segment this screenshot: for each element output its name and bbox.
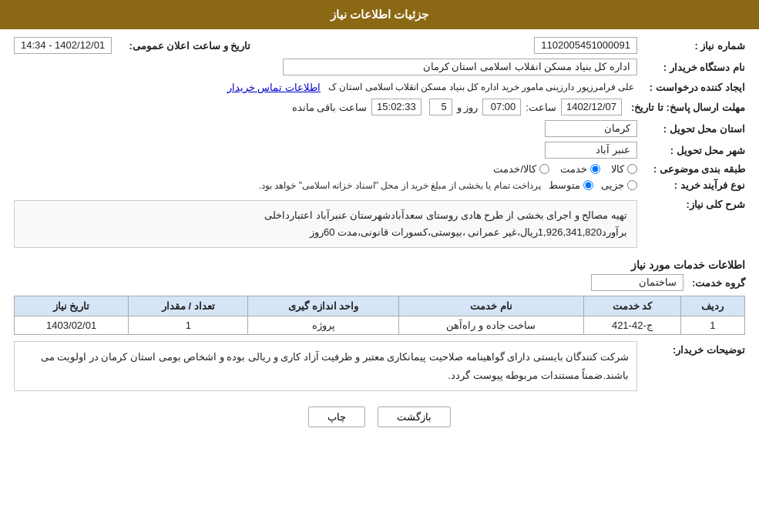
buyer-org-label: نام دستگاه خریدار : xyxy=(637,62,745,73)
category-radio-group: کالا/خدمت خدمت کالا xyxy=(493,163,637,175)
services-section: اطلاعات خدمات مورد نیاز گروه خدمت: ساختم… xyxy=(14,259,745,335)
table-row: 1ج-42-421ساخت جاده و راه‌آهنپروژه11403/0… xyxy=(15,316,745,335)
service-group-label: گروه خدمت: xyxy=(683,277,745,289)
requester-link[interactable]: اطلاعات تماس خریدار xyxy=(227,82,321,93)
requester-value: علی فرامرزپور دارزینی مامور خرید اداره ک… xyxy=(325,80,637,94)
category-label: طبقه بندی موضوعی : xyxy=(637,163,745,175)
buyer-notes-box: شرکت کنندگان بایستی دارای گواهینامه صلاح… xyxy=(14,341,637,391)
td-code: ج-42-421 xyxy=(583,316,680,335)
category-kala-khadamat-label: کالا/خدمت xyxy=(493,163,536,175)
remaining-value: 15:02:33 xyxy=(371,99,421,115)
th-date: تاریخ نیاز xyxy=(15,296,129,316)
th-unit: واحد اندازه گیری xyxy=(248,296,398,316)
th-qty: تعداد / مقدار xyxy=(129,296,248,316)
category-row: طبقه بندی موضوعی : کالا/خدمت خدمت کالا xyxy=(14,163,745,175)
process-jozii-label: جزیی xyxy=(601,179,624,191)
td-name: ساخت جاده و راه‌آهن xyxy=(398,316,583,335)
need-desc-row: شرح کلی نیاز: تهیه مصالح و اجرای بخشی از… xyxy=(14,196,745,253)
need-number-value: 1102005451000091 xyxy=(534,37,637,54)
process-jozii-input[interactable] xyxy=(627,180,637,190)
announcement-value: 1402/12/01 - 14:34 xyxy=(14,37,112,54)
time-label: ساعت: xyxy=(521,102,561,113)
td-unit: پروژه xyxy=(248,316,398,335)
category-kala-label: کالا xyxy=(611,163,624,175)
category-khadamat-label: خدمت xyxy=(560,163,587,175)
buyer-org-row: نام دستگاه خریدار : اداره کل بنیاد مسکن … xyxy=(14,59,745,75)
process-radio-group: متوسط جزیی xyxy=(549,179,637,191)
buyer-notes-label: توضیحات خریدار: xyxy=(637,341,745,356)
need-desc-box: تهیه مصالح و اجرای بخشی از طرح هادی روست… xyxy=(14,200,637,248)
th-code: کد خدمت xyxy=(583,296,680,316)
th-row: ردیف xyxy=(680,296,744,316)
process-motavaset[interactable]: متوسط xyxy=(549,179,593,191)
reply-deadline-row: مهلت ارسال پاسخ: تا تاریخ: 1402/12/07 سا… xyxy=(14,99,745,115)
need-number-row: شماره نیاز : 1102005451000091 تاریخ و سا… xyxy=(14,37,745,54)
category-kala-khadamat-input[interactable] xyxy=(539,164,549,174)
page-header: جزئیات اطلاعات نیاز xyxy=(0,0,759,29)
city-value: عنبر آباد xyxy=(545,142,637,159)
page-title: جزئیات اطلاعات نیاز xyxy=(331,8,428,21)
th-name: نام خدمت xyxy=(398,296,583,316)
remaining-label: ساعت باقی مانده xyxy=(287,102,371,113)
province-row: استان محل تحویل : کرمان xyxy=(14,120,745,137)
category-khadamat[interactable]: خدمت xyxy=(560,163,600,175)
page-wrapper: جزئیات اطلاعات نیاز شماره نیاز : 1102005… xyxy=(0,0,759,532)
process-motavaset-label: متوسط xyxy=(549,179,580,191)
process-label: نوع فرآیند خرید : xyxy=(637,179,745,191)
buyer-org-value: اداره کل بنیاد مسکن انقلاب اسلامی استان … xyxy=(283,59,637,75)
need-desc-value: تهیه مصالح و اجرای بخشی از طرح هادی روست… xyxy=(264,209,627,238)
process-row: نوع فرآیند خرید : متوسط جزیی پرداخت تمام… xyxy=(14,179,745,191)
td-row: 1 xyxy=(680,316,744,335)
requester-label: ایجاد کننده درخواست : xyxy=(637,82,745,93)
main-content: شماره نیاز : 1102005451000091 تاریخ و سا… xyxy=(0,29,759,443)
td-qty: 1 xyxy=(129,316,248,335)
date-value: 1402/12/07 xyxy=(561,99,622,115)
service-group-value: ساختمان xyxy=(591,274,683,291)
city-row: شهر محل تحویل : عنبر آباد xyxy=(14,142,745,159)
category-kala-khadamat[interactable]: کالا/خدمت xyxy=(493,163,549,175)
category-khadamat-input[interactable] xyxy=(590,164,600,174)
announcement-label: تاریخ و ساعت اعلان عمومی: xyxy=(112,40,250,52)
category-kala[interactable]: کالا xyxy=(611,163,637,175)
need-desc-label: شرح کلی نیاز: xyxy=(637,196,745,210)
category-kala-input[interactable] xyxy=(627,164,637,174)
services-section-title: اطلاعات خدمات مورد نیاز xyxy=(14,259,745,271)
process-note: پرداخت تمام یا بخشی از مبلغ خرید از محل … xyxy=(259,180,541,191)
process-motavaset-input[interactable] xyxy=(583,180,593,190)
requester-row: ایجاد کننده درخواست : علی فرامرزپور دارز… xyxy=(14,80,745,94)
process-jozii[interactable]: جزیی xyxy=(601,179,637,191)
day-value: 5 xyxy=(429,99,452,115)
buyer-notes-value: شرکت کنندگان بایستی دارای گواهینامه صلاح… xyxy=(41,351,629,380)
reply-deadline-label: مهلت ارسال پاسخ: تا تاریخ: xyxy=(622,102,745,113)
buyer-notes-row: توضیحات خریدار: شرکت کنندگان بایستی دارا… xyxy=(14,341,745,396)
td-date: 1403/02/01 xyxy=(15,316,129,335)
button-row: بازگشت چاپ xyxy=(14,407,745,427)
province-label: استان محل تحویل : xyxy=(637,123,745,135)
back-button[interactable]: بازگشت xyxy=(378,407,451,427)
time-value: 07:00 xyxy=(482,99,521,115)
province-value: کرمان xyxy=(545,120,637,137)
need-number-label: شماره نیاز : xyxy=(637,40,745,52)
print-button[interactable]: چاپ xyxy=(308,407,365,427)
services-table: ردیف کد خدمت نام خدمت واحد اندازه گیری ت… xyxy=(14,296,745,335)
day-label: روز و xyxy=(452,102,483,113)
city-label: شهر محل تحویل : xyxy=(637,145,745,156)
service-group-row: گروه خدمت: ساختمان xyxy=(14,274,745,291)
